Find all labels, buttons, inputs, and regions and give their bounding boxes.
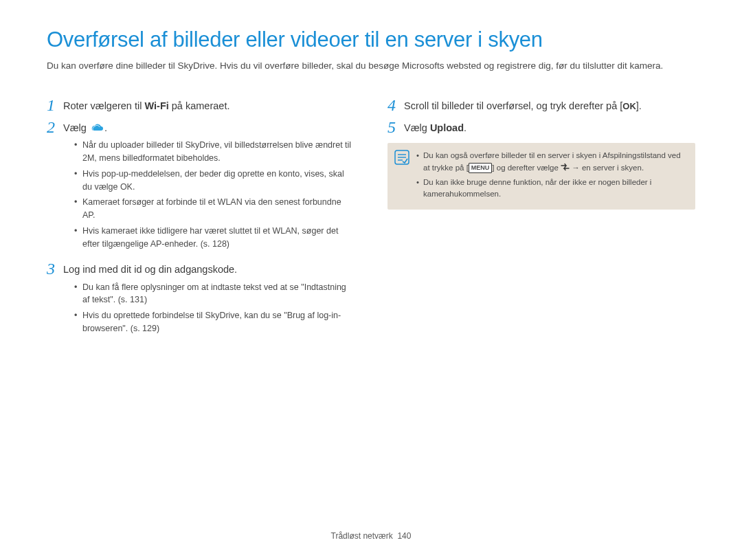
text-fragment: . bbox=[464, 122, 466, 133]
skydrive-cloud-icon bbox=[89, 122, 104, 132]
text-fragment: Vælg bbox=[63, 122, 89, 133]
step-text: Vælg . bbox=[63, 118, 107, 135]
two-column-layout: 1 Roter vælgeren til Wi-Fi på kameraet. … bbox=[47, 92, 695, 345]
text-fragment: ] og derefter vælge bbox=[492, 164, 561, 172]
text-fragment: ]. bbox=[636, 100, 642, 111]
text-fragment: Roter vælgeren til bbox=[63, 100, 144, 111]
step-1: 1 Roter vælgeren til Wi-Fi på kameraet. bbox=[47, 96, 355, 114]
wifi-label: Wi-Fi bbox=[144, 100, 168, 111]
step-text: Log ind med dit id og din adgangskode. bbox=[63, 260, 237, 276]
bullet-item: Hvis pop-up-meddelelsen, der beder dig o… bbox=[74, 168, 355, 194]
bullet-item: Kameraet forsøger at forbinde til et WLA… bbox=[74, 196, 355, 222]
intro-paragraph: Du kan overføre dine billeder til SkyDri… bbox=[47, 59, 695, 73]
menu-button-icon: MENU bbox=[469, 163, 493, 174]
text-fragment: på kameraet. bbox=[169, 100, 230, 111]
text-fragment: Scroll til billeder til overførsel, og t… bbox=[404, 100, 622, 111]
note-item: Du kan ikke bruge denne funktion, når de… bbox=[416, 177, 686, 201]
left-column: 1 Roter vælgeren til Wi-Fi på kameraet. … bbox=[47, 92, 355, 345]
step-number: 2 bbox=[47, 118, 63, 136]
share-icon bbox=[561, 163, 570, 171]
bullet-item: Når du uploader billeder til SkyDrive, v… bbox=[74, 139, 355, 165]
manual-page: Overførsel af billeder eller videoer til… bbox=[0, 0, 742, 345]
note-box: Du kan også overføre billeder til en ser… bbox=[387, 143, 695, 210]
note-item: Du kan også overføre billeder til en ser… bbox=[416, 150, 686, 174]
text-fragment: Vælg bbox=[404, 122, 430, 133]
bullet-item: Hvis du oprettede forbindelse til SkyDri… bbox=[74, 309, 355, 335]
bullet-item: Du kan få flere oplysninger om at indtas… bbox=[74, 281, 355, 307]
step-text: Roter vælgeren til Wi-Fi på kameraet. bbox=[63, 96, 229, 113]
step-text: Vælg Upload. bbox=[404, 118, 466, 135]
page-title: Overførsel af billeder eller videoer til… bbox=[47, 27, 695, 52]
step-2: 2 Vælg . bbox=[47, 118, 355, 136]
step-number: 5 bbox=[387, 118, 404, 136]
step-number: 3 bbox=[47, 260, 63, 278]
footer-page-number: 140 bbox=[397, 531, 411, 541]
ok-button-icon: OK bbox=[622, 100, 636, 113]
right-column: 4 Scroll til billeder til overførsel, og… bbox=[387, 92, 695, 345]
footer-section: Trådløst netværk bbox=[331, 531, 393, 541]
upload-label: Upload bbox=[430, 122, 464, 133]
step-3-bullets: Du kan få flere oplysninger om at indtas… bbox=[47, 281, 355, 335]
step-text: Scroll til billeder til overførsel, og t… bbox=[404, 96, 642, 113]
bullet-item: Hvis kameraet ikke tidligere har været s… bbox=[74, 225, 355, 251]
text-fragment: . bbox=[104, 122, 107, 133]
text-fragment: → en server i skyen. bbox=[570, 164, 644, 172]
step-4: 4 Scroll til billeder til overførsel, og… bbox=[387, 96, 695, 114]
step-5: 5 Vælg Upload. bbox=[387, 118, 695, 136]
step-number: 4 bbox=[387, 96, 404, 114]
step-2-bullets: Når du uploader billeder til SkyDrive, v… bbox=[47, 139, 355, 250]
step-3: 3 Log ind med dit id og din adgangskode. bbox=[47, 260, 355, 278]
note-icon bbox=[394, 150, 411, 203]
note-list: Du kan også overføre billeder til en ser… bbox=[416, 150, 686, 203]
page-footer: Trådløst netværk 140 bbox=[0, 531, 742, 541]
step-number: 1 bbox=[47, 96, 63, 114]
